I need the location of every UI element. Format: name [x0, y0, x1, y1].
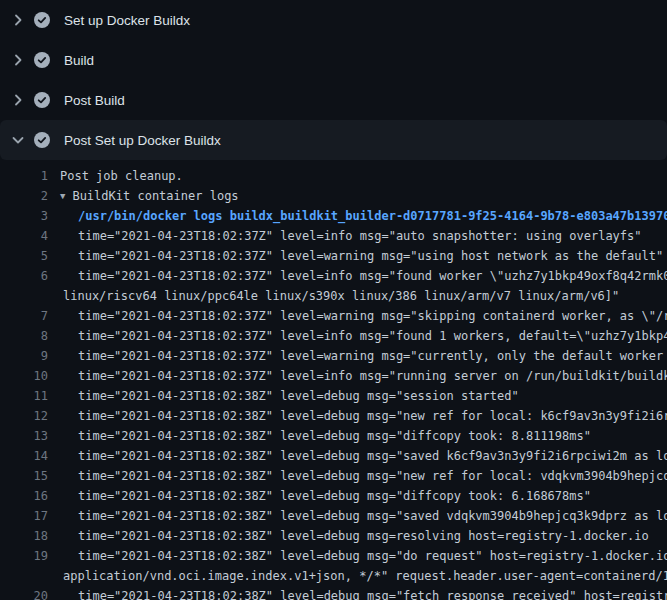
- line-number[interactable]: 18: [0, 526, 48, 546]
- log-text: time="2021-04-23T18:02:37Z" level=warnin…: [48, 246, 663, 266]
- log-text: time="2021-04-23T18:02:38Z" level=debug …: [48, 586, 667, 600]
- step-label: Build: [64, 53, 94, 68]
- log-text-content: time="2021-04-23T18:02:38Z" level=debug …: [78, 489, 591, 503]
- line-number[interactable]: 2: [0, 186, 48, 206]
- line-number[interactable]: 9: [0, 346, 48, 366]
- log-line: 4time="2021-04-23T18:02:37Z" level=info …: [0, 226, 667, 246]
- log-line: 13time="2021-04-23T18:02:38Z" level=debu…: [0, 426, 667, 446]
- log-line: 20time="2021-04-23T18:02:38Z" level=debu…: [0, 586, 667, 600]
- line-number[interactable]: 4: [0, 226, 48, 246]
- log-text-content: time="2021-04-23T18:02:37Z" level=warnin…: [78, 349, 667, 363]
- log-text-content: time="2021-04-23T18:02:37Z" level=info m…: [78, 369, 667, 383]
- log-text: time="2021-04-23T18:02:38Z" level=debug …: [48, 426, 591, 446]
- log-text-content: time="2021-04-23T18:02:38Z" level=debug …: [78, 409, 667, 423]
- check-circle-icon: [34, 132, 50, 148]
- log-text: time="2021-04-23T18:02:38Z" level=debug …: [48, 526, 649, 546]
- log-text: ▼BuildKit container logs: [48, 186, 239, 206]
- log-text-content: time="2021-04-23T18:02:37Z" level=warnin…: [78, 309, 667, 323]
- log-text-content: application/vnd.oci.image.index.v1+json,…: [63, 569, 667, 583]
- log-text: time="2021-04-23T18:02:38Z" level=debug …: [48, 406, 667, 426]
- line-number[interactable]: 20: [0, 586, 48, 600]
- line-number[interactable]: 15: [0, 466, 48, 486]
- log-text: time="2021-04-23T18:02:38Z" level=debug …: [48, 546, 667, 566]
- line-number[interactable]: 17: [0, 506, 48, 526]
- chevron-right-icon[interactable]: [10, 52, 26, 68]
- actions-log-viewer: Set up Docker Buildx Build Post Build Po…: [0, 0, 667, 600]
- line-number[interactable]: 8: [0, 326, 48, 346]
- line-number[interactable]: [0, 566, 48, 586]
- line-number[interactable]: 16: [0, 486, 48, 506]
- log-text-content: time="2021-04-23T18:02:37Z" level=warnin…: [78, 249, 663, 263]
- check-circle-icon: [34, 92, 50, 108]
- check-circle-icon: [34, 12, 50, 28]
- log-line: linux/riscv64 linux/ppc64le linux/s390x …: [0, 286, 667, 306]
- line-number[interactable]: 3: [0, 206, 48, 226]
- step-list: Set up Docker Buildx Build Post Build Po…: [0, 0, 667, 160]
- line-number[interactable]: 1: [0, 166, 48, 186]
- log-text-content: BuildKit container logs: [72, 189, 238, 203]
- step-label: Post Build: [64, 93, 125, 108]
- log-line: 5time="2021-04-23T18:02:37Z" level=warni…: [0, 246, 667, 266]
- log-text: time="2021-04-23T18:02:38Z" level=debug …: [48, 486, 591, 506]
- log-line: 19time="2021-04-23T18:02:38Z" level=debu…: [0, 546, 667, 566]
- log-text: time="2021-04-23T18:02:37Z" level=info m…: [48, 366, 667, 386]
- log-line: 15time="2021-04-23T18:02:38Z" level=debu…: [0, 466, 667, 486]
- log-line: 14time="2021-04-23T18:02:38Z" level=debu…: [0, 446, 667, 466]
- log-text: linux/riscv64 linux/ppc64le linux/s390x …: [48, 286, 619, 306]
- line-number[interactable]: 5: [0, 246, 48, 266]
- log-text: time="2021-04-23T18:02:37Z" level=info m…: [48, 326, 667, 346]
- check-circle-icon: [34, 52, 50, 68]
- log-line: 11time="2021-04-23T18:02:38Z" level=debu…: [0, 386, 667, 406]
- line-number[interactable]: 13: [0, 426, 48, 446]
- log-text: time="2021-04-23T18:02:37Z" level=warnin…: [48, 346, 667, 366]
- chevron-right-icon[interactable]: [10, 12, 26, 28]
- log-line: 1Post job cleanup.: [0, 166, 667, 186]
- step-label: Set up Docker Buildx: [64, 13, 190, 28]
- log-text-content: time="2021-04-23T18:02:37Z" level=info m…: [78, 329, 667, 343]
- log-text-content: time="2021-04-23T18:02:38Z" level=debug …: [78, 529, 649, 543]
- line-number[interactable]: 11: [0, 386, 48, 406]
- step-header-set-up-docker-buildx[interactable]: Set up Docker Buildx: [0, 0, 667, 40]
- log-line: 16time="2021-04-23T18:02:38Z" level=debu…: [0, 486, 667, 506]
- chevron-down-icon[interactable]: [10, 132, 26, 148]
- log-lines: 1Post job cleanup.2▼BuildKit container l…: [0, 160, 667, 600]
- log-line: application/vnd.oci.image.index.v1+json,…: [0, 566, 667, 586]
- line-number[interactable]: 7: [0, 306, 48, 326]
- log-line: 9time="2021-04-23T18:02:37Z" level=warni…: [0, 346, 667, 366]
- step-label: Post Set up Docker Buildx: [64, 133, 221, 148]
- group-expander-triangle-icon[interactable]: ▼: [60, 186, 65, 206]
- log-text: time="2021-04-23T18:02:38Z" level=debug …: [48, 386, 519, 406]
- log-line: 8time="2021-04-23T18:02:37Z" level=info …: [0, 326, 667, 346]
- chevron-right-icon[interactable]: [10, 92, 26, 108]
- log-text-content: time="2021-04-23T18:02:38Z" level=debug …: [78, 509, 667, 523]
- line-number[interactable]: [0, 286, 48, 306]
- log-text-content: time="2021-04-23T18:02:38Z" level=debug …: [78, 469, 667, 483]
- line-number[interactable]: 19: [0, 546, 48, 566]
- line-number[interactable]: 10: [0, 366, 48, 386]
- log-line: 2▼BuildKit container logs: [0, 186, 667, 206]
- log-text: time="2021-04-23T18:02:37Z" level=info m…: [48, 226, 642, 246]
- log-text: time="2021-04-23T18:02:38Z" level=debug …: [48, 466, 667, 486]
- log-text-content: time="2021-04-23T18:02:37Z" level=info m…: [78, 269, 667, 283]
- log-text: application/vnd.oci.image.index.v1+json,…: [48, 566, 667, 586]
- log-text-content: time="2021-04-23T18:02:38Z" level=debug …: [78, 429, 591, 443]
- log-text-content: time="2021-04-23T18:02:38Z" level=debug …: [78, 589, 667, 600]
- log-text: Post job cleanup.: [48, 166, 183, 186]
- log-text-content: time="2021-04-23T18:02:38Z" level=debug …: [78, 449, 667, 463]
- step-header-post-set-up-docker-buildx[interactable]: Post Set up Docker Buildx: [0, 120, 667, 160]
- step-header-build[interactable]: Build: [0, 40, 667, 80]
- log-line: 12time="2021-04-23T18:02:38Z" level=debu…: [0, 406, 667, 426]
- line-number[interactable]: 14: [0, 446, 48, 466]
- log-text: time="2021-04-23T18:02:37Z" level=warnin…: [48, 306, 667, 326]
- log-text-content: time="2021-04-23T18:02:37Z" level=info m…: [78, 229, 642, 243]
- log-text: time="2021-04-23T18:02:38Z" level=debug …: [48, 446, 667, 466]
- log-text-content: /usr/bin/docker logs buildx_buildkit_bui…: [78, 209, 667, 223]
- log-text: time="2021-04-23T18:02:38Z" level=debug …: [48, 506, 667, 526]
- step-header-post-build[interactable]: Post Build: [0, 80, 667, 120]
- log-text-content: time="2021-04-23T18:02:38Z" level=debug …: [78, 389, 519, 403]
- line-number[interactable]: 12: [0, 406, 48, 426]
- log-line: 10time="2021-04-23T18:02:37Z" level=info…: [0, 366, 667, 386]
- line-number[interactable]: 6: [0, 266, 48, 286]
- log-line: 18time="2021-04-23T18:02:38Z" level=debu…: [0, 526, 667, 546]
- log-line: 3/usr/bin/docker logs buildx_buildkit_bu…: [0, 206, 667, 226]
